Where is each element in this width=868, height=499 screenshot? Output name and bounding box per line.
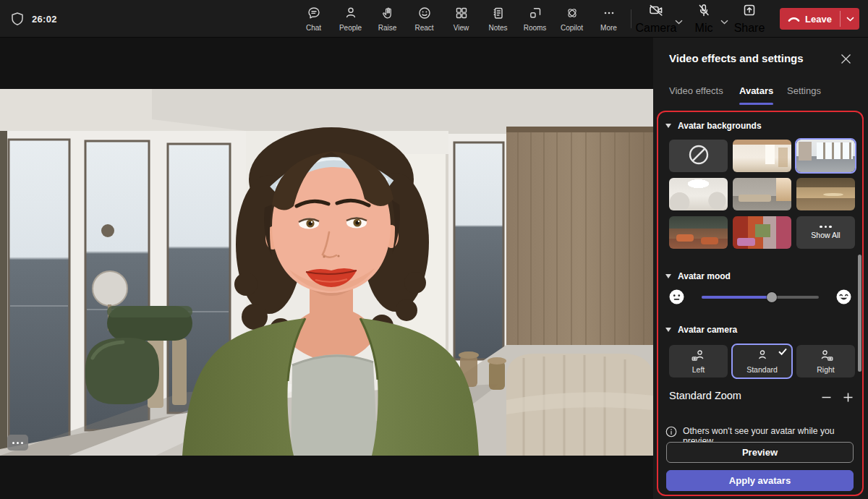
avatar-mood-section-header[interactable]: Avatar mood: [665, 271, 731, 281]
view-label: View: [454, 25, 469, 32]
tab-avatars[interactable]: Avatars: [739, 85, 773, 96]
mic-options-chevron[interactable]: [720, 14, 728, 27]
zoom-out-button[interactable]: [817, 388, 835, 406]
close-icon[interactable]: [838, 51, 854, 67]
more-ellipsis-icon: [820, 226, 832, 229]
grinning-face-icon: [836, 289, 851, 307]
avatar-background-thumbnail[interactable]: [669, 178, 728, 210]
camera-right-label: Right: [817, 365, 835, 374]
video-effects-panel: Video effects and settings Video effects…: [653, 38, 868, 499]
raise-hand-label: Raise: [378, 25, 397, 32]
tab-video-effects[interactable]: Video effects: [669, 85, 723, 96]
avatar-camera-option-standard[interactable]: Standard: [733, 345, 791, 378]
meeting-timer: 26:02: [32, 14, 57, 25]
avatar-background-thumbnail[interactable]: [796, 140, 855, 172]
avatar-mood-slider-row: [667, 288, 854, 307]
video-overflow-button[interactable]: [7, 435, 28, 451]
info-icon: [665, 426, 677, 440]
more-button[interactable]: More: [590, 0, 627, 38]
stage-area: [0, 38, 653, 499]
beige-sofa: [506, 354, 653, 456]
hangup-phone-icon: [788, 14, 800, 25]
selected-check-icon: [843, 140, 853, 153]
rooms-button[interactable]: Rooms: [516, 0, 553, 38]
tab-settings[interactable]: Settings: [787, 85, 821, 96]
chevron-down-icon: [665, 124, 671, 128]
person-camera-right-icon: [818, 349, 834, 364]
person-icon: [754, 349, 770, 364]
preview-button[interactable]: Preview: [666, 442, 854, 463]
avatar-camera-label: Avatar camera: [678, 325, 737, 335]
chat-button[interactable]: Chat: [295, 0, 332, 38]
react-button[interactable]: React: [406, 0, 443, 38]
react-label: React: [414, 25, 433, 32]
camera-label: Camera: [636, 22, 677, 35]
people-button[interactable]: People: [332, 0, 369, 38]
avatar-settings-highlighted-region: Avatar backgrounds Show All Avatar mood: [657, 111, 864, 496]
notes-button[interactable]: Notes: [480, 0, 516, 38]
mood-slider-track[interactable]: [702, 296, 819, 299]
zoom-mode-label: Standard Zoom: [669, 390, 741, 401]
panel-title: Video effects and settings: [669, 52, 804, 64]
no-background-icon: [686, 142, 711, 170]
avatar-background-thumbnail[interactable]: [733, 216, 791, 249]
avatar-background-thumbnail[interactable]: [669, 216, 728, 249]
avatar-background-thumbnail[interactable]: [733, 140, 791, 172]
notes-icon: [491, 6, 506, 23]
view-grid-icon: [454, 6, 469, 23]
chat-icon: [307, 6, 321, 23]
chevron-down-icon: [665, 274, 671, 278]
people-label: People: [339, 25, 362, 32]
preview-button-label: Preview: [742, 447, 778, 458]
panel-scrollbar-thumb[interactable]: [858, 255, 861, 372]
avatar-backgrounds-section-header[interactable]: Avatar backgrounds: [665, 121, 762, 131]
camera-options-chevron[interactable]: [675, 14, 683, 27]
avatar-room-scene: [0, 89, 653, 456]
avatar-camera-option-left[interactable]: Left: [669, 345, 728, 378]
mic-toggle-button[interactable]: Mic: [689, 0, 718, 38]
camera-standard-label: Standard: [746, 365, 778, 374]
avatar-zoom-row: Standard Zoom: [669, 388, 854, 406]
avatar-camera-section-header[interactable]: Avatar camera: [665, 325, 737, 335]
leave-options-chevron[interactable]: [841, 8, 859, 30]
apply-avatars-button[interactable]: Apply avatars: [666, 470, 854, 491]
raise-hand-button[interactable]: Raise: [369, 0, 406, 38]
avatar-background-thumbnail[interactable]: [733, 178, 791, 210]
active-tab-underline: [739, 103, 773, 105]
apply-avatars-button-label: Apply avatars: [729, 475, 791, 486]
rooms-label: Rooms: [524, 25, 547, 32]
mic-muted-icon: [697, 3, 711, 20]
rooms-icon: [528, 6, 542, 23]
share-button[interactable]: Share: [733, 0, 765, 38]
avatar-camera-option-right[interactable]: Right: [796, 345, 855, 378]
leave-button[interactable]: Leave: [780, 8, 859, 30]
copilot-label: Copilot: [561, 25, 583, 32]
camera-off-icon: [648, 3, 664, 20]
person-camera-left-icon: [691, 349, 707, 364]
react-smiley-icon: [417, 6, 432, 23]
show-all-label: Show All: [811, 231, 840, 239]
meeting-toolbar: 26:02 Chat People Raise React View: [0, 0, 868, 38]
share-label: Share: [734, 22, 765, 35]
people-icon: [344, 6, 358, 23]
toolbar-buttons: Chat People Raise React View Notes: [295, 0, 627, 38]
copilot-icon: [565, 6, 579, 23]
zoom-in-button[interactable]: [838, 388, 857, 406]
view-button[interactable]: View: [443, 0, 480, 38]
toolbar-divider: [631, 9, 631, 28]
camera-toggle-button[interactable]: Camera: [639, 0, 673, 38]
copilot-button[interactable]: Copilot: [553, 0, 590, 38]
chevron-down-icon: [665, 328, 671, 332]
more-ellipsis-icon: [602, 6, 616, 23]
show-all-backgrounds-button[interactable]: Show All: [796, 216, 855, 249]
avatar-background-thumbnail[interactable]: [669, 140, 728, 172]
raise-hand-icon: [380, 6, 395, 23]
neutral-face-icon: [669, 289, 684, 307]
teams-meeting-window: 26:02 Chat People Raise React View: [0, 0, 868, 499]
more-label: More: [600, 25, 617, 32]
selected-check-icon: [778, 347, 788, 357]
mood-slider-thumb[interactable]: [767, 292, 777, 302]
chat-label: Chat: [306, 25, 321, 32]
avatar-background-thumbnail[interactable]: [796, 178, 855, 210]
avatar-video-preview: [0, 89, 653, 456]
